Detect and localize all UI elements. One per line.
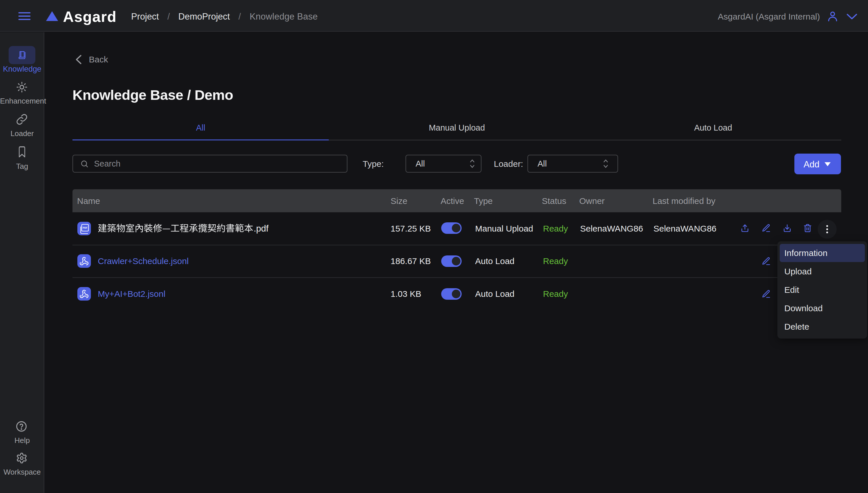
svg-text:PDF: PDF [83, 227, 87, 229]
